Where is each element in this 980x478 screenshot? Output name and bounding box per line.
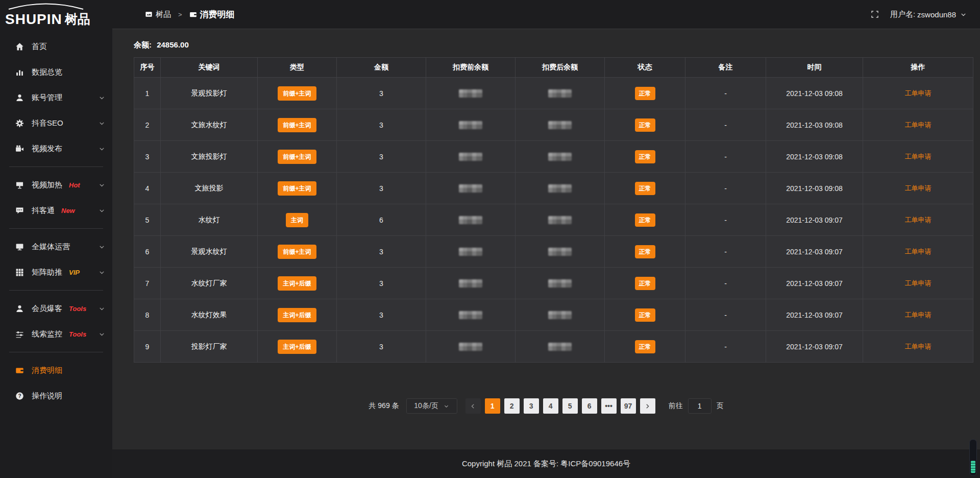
breadcrumb-root[interactable]: 树品: [156, 10, 171, 19]
sidebar-item-question-icon[interactable]: ?操作说明: [0, 383, 112, 409]
menu-divider: [9, 166, 103, 167]
cell-action: 工单申请: [863, 236, 973, 268]
cell-balance-before: [426, 331, 516, 363]
sidebar-item-tag: Hot: [69, 181, 80, 189]
cell-amount: 3: [337, 173, 426, 204]
cell-balance-before: [426, 268, 516, 299]
column-header: 类型: [258, 58, 337, 78]
cell-keyword: 水纹灯厂家: [161, 268, 258, 299]
table-row: 2文旅水纹灯前缀+主词3正常-2021-12-03 09:08工单申请: [134, 109, 973, 141]
column-header: 关键词: [161, 58, 258, 78]
cell-status: 正常: [605, 141, 685, 173]
cell-amount: 3: [337, 236, 426, 268]
work-order-link[interactable]: 工单申请: [905, 121, 932, 129]
topbar-right: 用户名: zswodun88: [871, 10, 967, 19]
masked-value: [548, 89, 572, 98]
masked-value: [459, 89, 482, 98]
chevron-down-icon: [99, 269, 105, 276]
page-button[interactable]: 3: [524, 398, 539, 414]
cell-index: 1: [134, 78, 161, 109]
masked-value: [459, 153, 482, 161]
cell-balance-after: [516, 299, 605, 331]
cell-balance-after: [516, 236, 605, 268]
page-button[interactable]: 97: [621, 398, 636, 414]
masked-value: [459, 343, 482, 351]
status-badge: 正常: [635, 245, 655, 258]
cell-time: 2021-12-03 09:08: [766, 109, 863, 141]
page-button[interactable]: 6: [582, 398, 597, 414]
member-icon: [15, 304, 24, 313]
sidebar-item-user-icon[interactable]: 账号管理: [0, 85, 112, 110]
page-button[interactable]: •••: [601, 398, 617, 414]
sidebar-item-grid-icon[interactable]: 矩阵助推VIP: [0, 259, 112, 285]
work-order-link[interactable]: 工单申请: [905, 89, 932, 97]
cell-balance-after: [516, 173, 605, 204]
column-header: 扣费后余额: [516, 58, 605, 78]
type-badge: 前缀+主词: [278, 245, 316, 259]
column-header: 金额: [337, 58, 426, 78]
sidebar-item-sliders-icon[interactable]: 线索监控Tools: [0, 321, 112, 347]
cell-type: 主词+后缀: [258, 268, 337, 299]
chevron-down-icon: [99, 207, 105, 214]
table-header-row: 序号关键词类型金额扣费前余额扣费后余额状态备注时间操作: [134, 58, 973, 78]
column-header: 状态: [605, 58, 685, 78]
sidebar-item-label: 账号管理: [32, 93, 62, 103]
prev-page-button[interactable]: [465, 398, 481, 414]
chevron-down-icon: [960, 11, 967, 18]
page-size-select[interactable]: 10条/页: [406, 398, 457, 414]
work-order-link[interactable]: 工单申请: [905, 248, 932, 255]
work-order-link[interactable]: 工单申请: [905, 311, 932, 319]
page-button[interactable]: 1: [485, 398, 500, 414]
column-header: 扣费前余额: [426, 58, 516, 78]
cell-note: -: [685, 204, 766, 236]
sidebar-item-home-icon[interactable]: 首页: [0, 34, 112, 59]
status-badge: 正常: [635, 87, 655, 100]
cell-type: 前缀+主词: [258, 78, 337, 109]
work-order-link[interactable]: 工单申请: [905, 216, 932, 224]
sidebar-item-wallet-icon[interactable]: 消费明细: [0, 357, 112, 383]
sidebar-item-screen-icon[interactable]: 视频加热Hot: [0, 172, 112, 198]
sidebar-item-bar-chart-icon[interactable]: 数据总览: [0, 59, 112, 85]
type-badge: 主词+后缀: [278, 340, 316, 354]
cell-note: -: [685, 109, 766, 141]
column-header: 备注: [685, 58, 766, 78]
work-order-link[interactable]: 工单申请: [905, 279, 932, 287]
cell-balance-before: [426, 299, 516, 331]
cell-index: 8: [134, 299, 161, 331]
fullscreen-icon[interactable]: [871, 10, 879, 18]
goto-page-input[interactable]: [688, 398, 712, 414]
masked-value: [548, 153, 572, 161]
sidebar-item-chat-icon[interactable]: 抖客通New: [0, 198, 112, 223]
chevron-down-icon: [99, 182, 105, 188]
page-button[interactable]: 5: [562, 398, 578, 414]
cell-keyword: 文旅投影灯: [161, 141, 258, 173]
cell-status: 正常: [605, 173, 685, 204]
page-button[interactable]: 4: [543, 398, 558, 414]
goto-label: 前往: [669, 401, 683, 411]
cell-index: 5: [134, 204, 161, 236]
work-order-link[interactable]: 工单申请: [905, 343, 932, 350]
table-row: 1景观投影灯前缀+主词3正常-2021-12-03 09:08工单申请: [134, 78, 973, 109]
cell-keyword: 景观水纹灯: [161, 236, 258, 268]
page-button[interactable]: 2: [504, 398, 520, 414]
sidebar-item-member-icon[interactable]: 会员爆客Tools: [0, 296, 112, 321]
cell-time: 2021-12-03 09:08: [766, 141, 863, 173]
work-order-link[interactable]: 工单申请: [905, 153, 932, 160]
sidebar-item-monitor-icon[interactable]: 全媒体运营: [0, 234, 112, 259]
cell-balance-before: [426, 109, 516, 141]
user-menu[interactable]: 用户名: zswodun88: [890, 10, 967, 19]
cell-type: 主词+后缀: [258, 299, 337, 331]
cell-action: 工单申请: [863, 299, 973, 331]
work-order-link[interactable]: 工单申请: [905, 184, 932, 192]
cell-amount: 3: [337, 268, 426, 299]
svg-text:?: ?: [18, 393, 21, 399]
status-badge: 正常: [635, 308, 655, 322]
type-badge: 前缀+主词: [278, 181, 316, 196]
sidebar-item-video-camera-icon[interactable]: 视频发布: [0, 136, 112, 161]
sidebar-item-gear-icon[interactable]: 抖音SEO: [0, 110, 112, 136]
next-page-button[interactable]: [640, 398, 655, 414]
board-icon: [145, 11, 153, 18]
balance-value: 24856.00: [157, 40, 189, 49]
table-row: 6景观水纹灯前缀+主词3正常-2021-12-03 09:07工单申请: [134, 236, 973, 268]
floating-widget[interactable]: [969, 439, 977, 476]
